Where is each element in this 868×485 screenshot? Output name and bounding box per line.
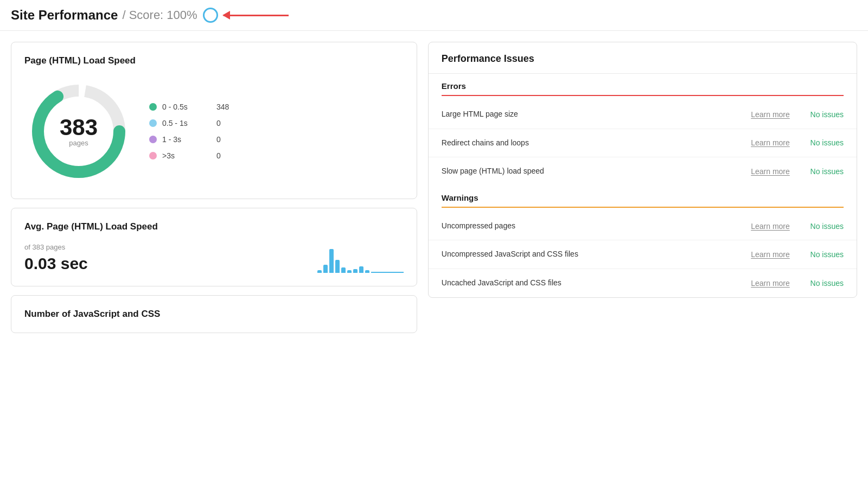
avg-left: of 383 pages 0.03 sec bbox=[24, 243, 88, 273]
avg-speed-title: Avg. Page (HTML) Load Speed bbox=[24, 221, 404, 232]
legend-item-1: 0.5 - 1s 0 bbox=[149, 119, 229, 127]
issues-panel-title: Performance Issues bbox=[429, 42, 857, 74]
issue-row-0-2: Slow page (HTML) load speed Learn more N… bbox=[429, 157, 857, 186]
no-issues-badge-1-2: No issues bbox=[800, 279, 844, 288]
mini-bar-chart bbox=[317, 246, 404, 273]
issue-row-1-2: Uncached JavaScript and CSS files Learn … bbox=[429, 269, 857, 297]
legend-item-2: 1 - 3s 0 bbox=[149, 135, 229, 144]
legend-label-1: 0.5 - 1s bbox=[162, 119, 211, 127]
arrow-head-icon bbox=[222, 11, 230, 20]
issues-sections: Errors Large HTML page size Learn more N… bbox=[429, 74, 857, 297]
learn-more-link-1-2[interactable]: Learn more bbox=[746, 279, 795, 288]
right-column: Performance Issues Errors Large HTML pag… bbox=[417, 42, 857, 298]
score-arrow bbox=[224, 15, 289, 16]
learn-more-link-0-2[interactable]: Learn more bbox=[746, 167, 795, 176]
avg-subtitle: of 383 pages bbox=[24, 243, 88, 251]
donut-number: 383 bbox=[60, 116, 98, 139]
mini-bar-7 bbox=[359, 266, 363, 273]
legend-count-3: 0 bbox=[216, 151, 221, 160]
mini-bar-1 bbox=[323, 265, 328, 273]
no-issues-badge-0-0: No issues bbox=[800, 110, 844, 119]
donut-sublabel: pages bbox=[60, 139, 98, 147]
section-header-0: Errors bbox=[429, 74, 857, 100]
issue-row-0-1: Redirect chains and loops Learn more No … bbox=[429, 129, 857, 158]
no-issues-badge-0-2: No issues bbox=[800, 167, 844, 176]
mini-bar-4 bbox=[341, 267, 346, 273]
issues-panel: Performance Issues Errors Large HTML pag… bbox=[428, 42, 857, 298]
donut-chart: 383 pages bbox=[24, 77, 133, 186]
issue-name-1-1: Uncompressed JavaScript and CSS files bbox=[442, 249, 741, 260]
learn-more-link-0-0[interactable]: Learn more bbox=[746, 110, 795, 119]
legend-dot-3 bbox=[149, 152, 157, 159]
js-css-title: Number of JavaScript and CSS bbox=[24, 309, 404, 320]
legend-dot-0 bbox=[149, 103, 157, 111]
main-content: Page (HTML) Load Speed 383 pages bbox=[0, 31, 868, 344]
mini-bar-5 bbox=[347, 270, 352, 273]
mini-bar-2 bbox=[329, 249, 334, 273]
section-1: Warnings Uncompressed pages Learn more N… bbox=[429, 186, 857, 297]
section-header-1: Warnings bbox=[429, 186, 857, 212]
mini-bar-3 bbox=[335, 260, 340, 273]
avg-value: 0.03 sec bbox=[24, 254, 88, 273]
score-label: / Score: 100% bbox=[122, 8, 197, 22]
section-0: Errors Large HTML page size Learn more N… bbox=[429, 74, 857, 186]
learn-more-link-1-0[interactable]: Learn more bbox=[746, 222, 795, 231]
load-speed-title: Page (HTML) Load Speed bbox=[24, 55, 404, 66]
legend-count-1: 0 bbox=[216, 119, 221, 127]
load-speed-card: Page (HTML) Load Speed 383 pages bbox=[11, 42, 417, 199]
legend-count-2: 0 bbox=[216, 135, 221, 144]
mini-bar-0 bbox=[317, 270, 322, 273]
legend-count-0: 348 bbox=[216, 103, 229, 111]
issue-name-1-0: Uncompressed pages bbox=[442, 221, 741, 232]
legend-dot-1 bbox=[149, 119, 157, 127]
left-column: Page (HTML) Load Speed 383 pages bbox=[11, 42, 417, 333]
avg-speed-card: Avg. Page (HTML) Load Speed of 383 pages… bbox=[11, 208, 417, 286]
learn-more-link-1-1[interactable]: Learn more bbox=[746, 250, 795, 259]
issue-name-1-2: Uncached JavaScript and CSS files bbox=[442, 278, 741, 289]
avg-card-content: of 383 pages 0.03 sec bbox=[24, 243, 404, 273]
section-title-0: Errors bbox=[442, 81, 844, 95]
legend-item-3: >3s 0 bbox=[149, 151, 229, 160]
js-css-card: Number of JavaScript and CSS bbox=[11, 295, 417, 333]
legend-item-0: 0 - 0.5s 348 bbox=[149, 103, 229, 111]
legend-label-0: 0 - 0.5s bbox=[162, 103, 211, 111]
legend-dot-2 bbox=[149, 136, 157, 143]
score-circle-icon bbox=[203, 8, 218, 23]
section-line-0 bbox=[442, 95, 844, 96]
legend-label-2: 1 - 3s bbox=[162, 135, 211, 144]
mini-bar-8 bbox=[365, 270, 369, 273]
mini-bar-6 bbox=[353, 269, 358, 273]
issue-row-1-0: Uncompressed pages Learn more No issues bbox=[429, 212, 857, 241]
mini-chart-line bbox=[371, 272, 404, 273]
learn-more-link-0-1[interactable]: Learn more bbox=[746, 138, 795, 147]
section-title-1: Warnings bbox=[442, 193, 844, 207]
no-issues-badge-1-0: No issues bbox=[800, 222, 844, 231]
chart-legend: 0 - 0.5s 348 0.5 - 1s 0 1 - 3s 0 >3s 0 bbox=[149, 103, 229, 160]
section-line-1 bbox=[442, 207, 844, 208]
issue-row-0-0: Large HTML page size Learn more No issue… bbox=[429, 100, 857, 129]
legend-label-3: >3s bbox=[162, 151, 211, 160]
arrow-line bbox=[224, 15, 289, 16]
no-issues-badge-0-1: No issues bbox=[800, 138, 844, 147]
page-header: Site Performance / Score: 100% bbox=[0, 0, 868, 31]
donut-center: 383 pages bbox=[60, 116, 98, 147]
issue-row-1-1: Uncompressed JavaScript and CSS files Le… bbox=[429, 240, 857, 269]
donut-section: 383 pages 0 - 0.5s 348 0.5 - 1s 0 1 - 3s… bbox=[24, 77, 404, 186]
no-issues-badge-1-1: No issues bbox=[800, 250, 844, 259]
page-title: Site Performance bbox=[11, 8, 118, 23]
issue-name-0-2: Slow page (HTML) load speed bbox=[442, 166, 741, 177]
issue-name-0-1: Redirect chains and loops bbox=[442, 138, 741, 149]
issue-name-0-0: Large HTML page size bbox=[442, 109, 741, 120]
